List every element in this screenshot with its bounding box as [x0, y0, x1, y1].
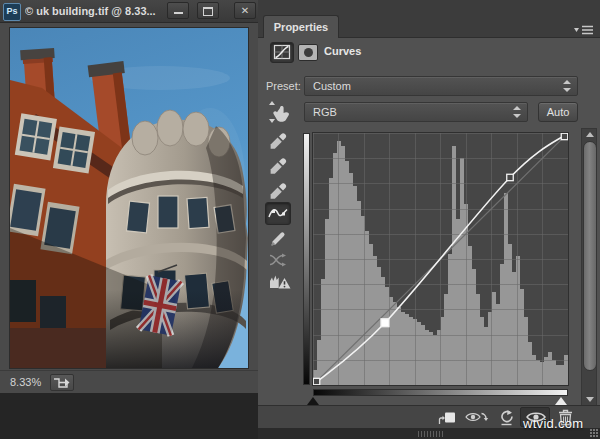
curves-graph[interactable]	[313, 133, 568, 385]
black-point-slider[interactable]	[307, 397, 319, 405]
smooth-curve-icon	[268, 253, 288, 267]
channel-stepper-icon	[513, 106, 522, 118]
panel-menu-button[interactable]	[574, 22, 594, 34]
mask-icon	[304, 48, 313, 57]
white-point-eyedropper[interactable]	[268, 182, 288, 202]
mask-thumbnail[interactable]	[298, 44, 318, 61]
photoshop-app-icon: Ps	[3, 3, 21, 21]
preset-value: Custom	[313, 77, 351, 95]
view-previous-state-button[interactable]	[465, 410, 489, 429]
clip-to-layer-button[interactable]	[438, 410, 456, 429]
tab-properties[interactable]: Properties	[263, 15, 339, 38]
auto-button[interactable]: Auto	[538, 102, 578, 122]
export-icon	[51, 375, 73, 390]
export-button[interactable]	[50, 374, 74, 391]
gray-point-eyedropper[interactable]	[268, 157, 288, 177]
curve-point-tool-icon	[266, 203, 290, 224]
document-window: Ps © uk building.tif @ 8.33... ✕	[0, 0, 258, 392]
curve-point-selected[interactable]	[381, 319, 389, 327]
document-titlebar[interactable]: Ps © uk building.tif @ 8.33... ✕	[0, 0, 258, 23]
eye-arrow-icon	[465, 410, 489, 425]
black-point-eyedropper[interactable]	[268, 132, 288, 152]
curve-point[interactable]	[313, 378, 320, 384]
reset-icon	[498, 409, 515, 426]
close-button[interactable]: ✕	[234, 2, 256, 19]
clipping-warning[interactable]	[268, 272, 292, 292]
preset-dropdown[interactable]: Custom	[304, 76, 578, 96]
pencil-icon	[268, 229, 288, 249]
image-canvas[interactable]	[10, 28, 248, 368]
minimize-button[interactable]	[167, 2, 189, 19]
scroll-down-icon[interactable]	[586, 397, 594, 402]
output-gradient-bar	[303, 133, 310, 385]
curve-point[interactable]	[507, 174, 514, 180]
photoshop-app: Ps © uk building.tif @ 8.33... ✕	[0, 0, 600, 439]
reset-button[interactable]	[498, 409, 515, 430]
properties-panel: Properties Curves Preset: Custom	[258, 0, 600, 439]
panel-drag-handle[interactable]	[418, 431, 444, 437]
curve-point[interactable]	[561, 133, 568, 139]
minimize-icon	[174, 12, 183, 14]
adjustment-title: Curves	[324, 45, 361, 57]
curves-adjustment-icon	[271, 43, 293, 62]
scroll-up-icon[interactable]	[586, 132, 594, 137]
maximize-icon	[203, 7, 213, 16]
input-gradient-bar	[313, 389, 568, 396]
curve-point-tool[interactable]	[265, 202, 291, 225]
black-point-eyedropper-icon	[268, 132, 288, 152]
clipping-warning-icon	[268, 272, 292, 290]
pencil-tool[interactable]	[268, 229, 288, 249]
gray-point-eyedropper-icon	[268, 157, 288, 177]
panel-tab-bar: Properties	[258, 0, 600, 38]
document-title: © uk building.tif @ 8.33...	[25, 0, 163, 22]
channel-value: RGB	[313, 103, 337, 121]
curves-adjustment-icon-button[interactable]	[270, 42, 294, 63]
preset-stepper-icon	[563, 80, 572, 92]
channel-dropdown[interactable]: RGB	[304, 102, 528, 122]
white-point-eyedropper-icon	[268, 182, 288, 202]
preset-label: Preset:	[266, 80, 301, 92]
targeted-adjustment-icon	[264, 99, 294, 125]
panel-scrollbar[interactable]	[581, 128, 597, 406]
white-point-slider[interactable]	[555, 397, 567, 405]
curve-svg	[313, 133, 568, 385]
building-photo-image	[10, 28, 248, 368]
smooth-curve-tool[interactable]	[268, 253, 288, 273]
document-statusbar: 8.33%	[0, 370, 258, 393]
scrollbar-thumb[interactable]	[583, 141, 597, 371]
clip-to-layer-icon	[438, 410, 456, 425]
watermark: wtvid.com	[523, 416, 584, 431]
targeted-adjustment-tool[interactable]	[264, 99, 294, 125]
close-icon: ✕	[235, 3, 255, 18]
panel-menu-icon	[574, 24, 594, 36]
maximize-button[interactable]	[197, 2, 219, 19]
zoom-level[interactable]: 8.33%	[10, 371, 41, 393]
resize-grip[interactable]	[590, 429, 598, 437]
